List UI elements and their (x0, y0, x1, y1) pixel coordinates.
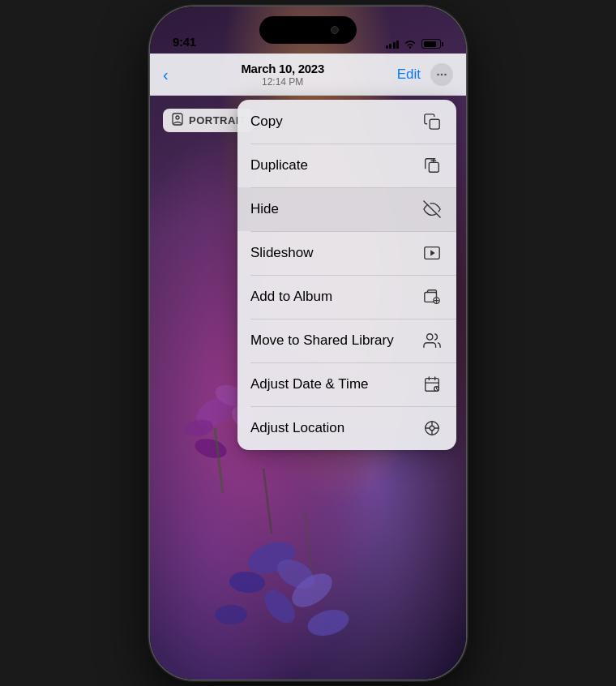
svg-marker-32 (430, 250, 435, 255)
menu-label-add-to-album: Add to Album (250, 289, 332, 305)
menu-item-copy[interactable]: Copy (237, 100, 456, 144)
signal-bar-1 (386, 45, 388, 49)
svg-point-4 (193, 435, 229, 461)
status-icons (386, 39, 444, 49)
back-button[interactable]: ‹ (163, 66, 169, 83)
phone-screen: 9:41 (150, 6, 466, 680)
menu-item-hide[interactable]: Hide (237, 187, 456, 231)
menu-item-add-to-album[interactable]: Add to Album (237, 275, 456, 319)
ellipsis-icon (436, 69, 447, 80)
location-icon (421, 417, 443, 439)
menu-item-adjust-date[interactable]: Adjust Date & Time (237, 362, 456, 406)
menu-label-duplicate: Duplicate (250, 157, 308, 174)
svg-point-11 (305, 606, 352, 640)
menu-item-slideshow[interactable]: Slideshow (237, 231, 456, 275)
svg-point-46 (430, 426, 434, 431)
signal-icon (386, 39, 400, 49)
menu-label-hide: Hide (250, 201, 279, 217)
nav-date: March 10, 2023 (169, 62, 397, 75)
context-menu: Copy Duplicate (237, 100, 456, 450)
shared-library-icon (421, 329, 443, 352)
edit-button[interactable]: Edit (397, 66, 421, 83)
signal-bar-3 (393, 42, 396, 49)
svg-point-7 (229, 570, 266, 594)
svg-rect-26 (430, 119, 439, 129)
menu-label-move-to-shared: Move to Shared Library (250, 332, 394, 349)
calendar-icon (421, 373, 443, 396)
svg-point-25 (176, 116, 179, 119)
svg-point-23 (444, 73, 447, 75)
camera-dot (331, 26, 339, 34)
phone-frame: 9:41 (150, 6, 466, 680)
menu-label-adjust-date: Adjust Date & Time (250, 376, 369, 392)
svg-point-10 (215, 605, 247, 624)
wifi-icon (404, 39, 417, 49)
menu-label-copy: Copy (250, 114, 283, 130)
slideshow-icon (421, 242, 443, 264)
more-button[interactable] (430, 63, 453, 86)
menu-item-move-to-shared[interactable]: Move to Shared Library (237, 319, 456, 362)
copy-icon (421, 110, 443, 133)
menu-item-duplicate[interactable]: Duplicate (237, 144, 456, 187)
add-album-icon (421, 285, 443, 308)
svg-point-22 (441, 73, 443, 75)
dynamic-island (259, 16, 357, 44)
nav-center: March 10, 2023 12:14 PM (169, 62, 397, 88)
svg-rect-27 (429, 162, 438, 172)
svg-point-37 (427, 334, 433, 340)
nav-actions: Edit (397, 63, 453, 86)
menu-label-adjust-location: Adjust Location (250, 420, 344, 436)
svg-point-21 (437, 73, 439, 75)
signal-bar-4 (396, 41, 399, 49)
svg-line-44 (437, 389, 438, 390)
menu-label-slideshow: Slideshow (250, 245, 314, 261)
back-chevron-icon: ‹ (163, 66, 169, 83)
status-time: 9:41 (173, 35, 196, 49)
portrait-badge-icon (171, 113, 184, 128)
hide-icon (421, 198, 443, 221)
menu-item-adjust-location[interactable]: Adjust Location (237, 406, 456, 450)
nav-time: 12:14 PM (169, 76, 397, 88)
battery-icon (421, 39, 443, 49)
duplicate-icon (421, 154, 443, 177)
signal-bar-2 (389, 44, 391, 49)
nav-header: ‹ March 10, 2023 12:14 PM Edit (150, 54, 466, 96)
